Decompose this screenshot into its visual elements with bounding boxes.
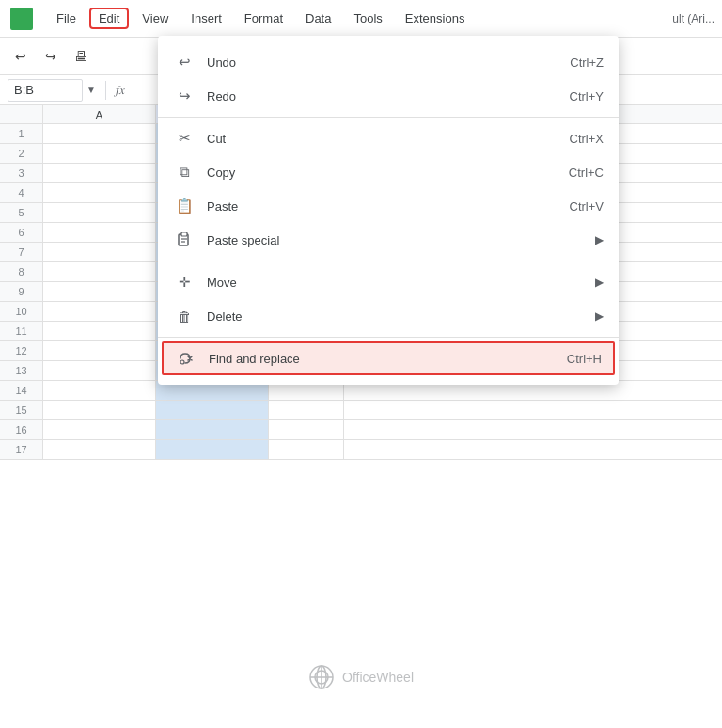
dropdown-overlay[interactable]: ↩ Undo Ctrl+Z ↪ Redo Ctrl+Y ✂ Cut Ctrl+X… — [0, 0, 722, 728]
redo-shortcut: Ctrl+Y — [570, 89, 604, 103]
copy-icon: ⧉ — [173, 161, 196, 183]
edit-menu-section-clipboard: ✂ Cut Ctrl+X ⧉ Copy Ctrl+C 📋 Paste Ctrl+… — [158, 118, 619, 261]
edit-paste-item[interactable]: 📋 Paste Ctrl+V — [158, 189, 619, 223]
move-icon: ✛ — [173, 271, 196, 293]
edit-paste-special-item[interactable]: Paste special ▶ — [158, 223, 619, 257]
move-label: Move — [207, 276, 588, 290]
edit-menu-section-move: ✛ Move ▶ 🗑 Delete ▶ — [158, 261, 619, 338]
edit-redo-item[interactable]: ↪ Redo Ctrl+Y — [158, 79, 619, 113]
redo-icon: ↪ — [173, 85, 196, 107]
find-replace-shortcut: Ctrl+H — [567, 352, 602, 366]
cut-icon: ✂ — [173, 127, 196, 150]
paste-label: Paste — [207, 199, 570, 214]
redo-label: Redo — [207, 89, 570, 103]
edit-copy-item[interactable]: ⧉ Copy Ctrl+C — [158, 155, 619, 189]
paste-special-icon — [173, 229, 196, 251]
edit-move-item[interactable]: ✛ Move ▶ — [158, 265, 619, 299]
edit-find-replace-item[interactable]: Find and replace Ctrl+H — [162, 341, 615, 375]
delete-icon: 🗑 — [173, 305, 196, 327]
paste-icon: 📋 — [173, 195, 196, 217]
move-arrow-icon: ▶ — [595, 276, 604, 289]
delete-arrow-icon: ▶ — [595, 309, 604, 323]
cut-label: Cut — [207, 132, 570, 146]
find-replace-label: Find and replace — [209, 352, 567, 366]
svg-point-13 — [180, 360, 184, 364]
edit-delete-item[interactable]: 🗑 Delete ▶ — [158, 299, 619, 333]
edit-menu-section-find: Find and replace Ctrl+H — [158, 338, 619, 379]
edit-dropdown-menu: ↩ Undo Ctrl+Z ↪ Redo Ctrl+Y ✂ Cut Ctrl+X… — [158, 36, 619, 385]
edit-cut-item[interactable]: ✂ Cut Ctrl+X — [158, 121, 619, 155]
undo-shortcut: Ctrl+Z — [570, 55, 604, 70]
paste-shortcut: Ctrl+V — [570, 199, 604, 214]
edit-menu-section-undo: ↩ Undo Ctrl+Z ↪ Redo Ctrl+Y — [158, 41, 619, 118]
undo-label: Undo — [207, 55, 570, 70]
copy-label: Copy — [207, 166, 569, 180]
edit-undo-item[interactable]: ↩ Undo Ctrl+Z — [158, 45, 619, 79]
undo-icon: ↩ — [173, 51, 196, 73]
copy-shortcut: Ctrl+C — [569, 166, 604, 180]
paste-special-arrow-icon: ▶ — [595, 233, 604, 246]
paste-special-label: Paste special — [207, 233, 588, 247]
delete-label: Delete — [207, 309, 588, 324]
find-replace-icon — [175, 347, 197, 370]
cut-shortcut: Ctrl+X — [570, 132, 604, 146]
svg-rect-10 — [181, 232, 187, 236]
